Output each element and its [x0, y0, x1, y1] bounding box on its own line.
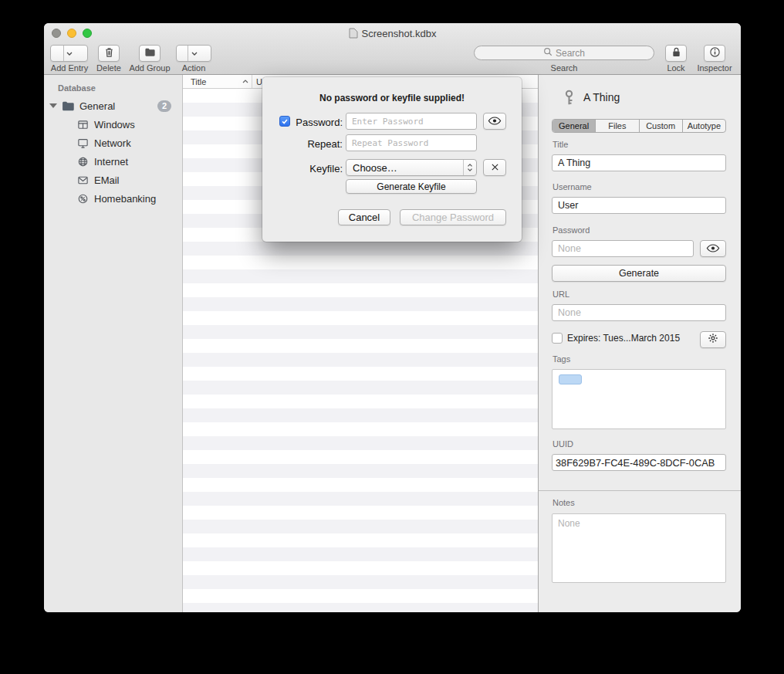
expires-row: Expires: Tues...March 2015	[552, 333, 680, 344]
sidebar-group-general[interactable]: General 2	[44, 97, 182, 115]
generate-keyfile-button[interactable]: Generate Keyfile	[346, 179, 477, 194]
key-icon	[562, 90, 576, 106]
tab-files[interactable]: Files	[596, 120, 639, 132]
sidebar-section-header: Database	[58, 83, 182, 93]
titlebar[interactable]: Screenshot.kdbx	[44, 23, 741, 43]
inspector-label: Inspector	[691, 63, 738, 73]
expires-settings-button[interactable]	[700, 331, 726, 348]
sidebar-item-label: Network	[94, 137, 131, 149]
uuid-field[interactable]	[552, 454, 726, 471]
sidebar: Database General 2 Windows	[44, 75, 183, 612]
expires-label: Expires: Tues...March 2015	[567, 333, 680, 344]
title-field-label: Title	[553, 140, 568, 149]
chevron-down-icon[interactable]	[63, 46, 76, 61]
tag-token[interactable]	[559, 374, 582, 384]
notes-field[interactable]	[552, 513, 726, 583]
clear-keyfile-button[interactable]	[483, 159, 506, 176]
toolbar: Add Entry Delete Add Group	[44, 43, 741, 75]
inspector-divider	[539, 490, 741, 491]
generate-password-button[interactable]: Generate	[552, 265, 726, 282]
change-password-button[interactable]: Change Password	[400, 209, 506, 225]
column-title-label: Title	[191, 77, 206, 86]
eye-icon	[488, 114, 502, 128]
password-field[interactable]	[552, 240, 694, 257]
password-label: Password:	[293, 117, 343, 128]
username-field-label: Username	[553, 182, 592, 191]
folder-icon	[62, 100, 75, 112]
gear-icon	[708, 333, 718, 347]
sidebar-item-homebanking[interactable]: Homebanking	[44, 189, 182, 208]
sidebar-item-label: Internet	[94, 156, 128, 168]
app-window: Screenshot.kdbx Add Entry	[44, 23, 741, 612]
chevron-down-icon[interactable]	[188, 46, 200, 61]
check-icon	[281, 114, 289, 128]
disclosure-triangle-icon[interactable]	[49, 103, 57, 108]
tab-general[interactable]: General	[553, 120, 596, 132]
password-input[interactable]	[346, 113, 477, 130]
inspector-button[interactable]	[704, 45, 725, 62]
dialog-message: No password or keyfile supplied!	[262, 93, 522, 103]
keyfile-label: Keyfile:	[293, 163, 343, 174]
percent-coin-icon	[77, 193, 89, 205]
keyfile-popup[interactable]: Choose…	[346, 159, 477, 176]
sidebar-item-internet[interactable]: Internet	[44, 152, 182, 171]
sidebar-item-email[interactable]: EMail	[44, 171, 182, 189]
action-label: Action	[171, 63, 217, 73]
repeat-input[interactable]	[346, 134, 477, 151]
trash-icon	[103, 46, 115, 61]
add-entry-button[interactable]	[50, 45, 88, 62]
column-header-title[interactable]: Title	[183, 75, 252, 88]
entry-title: A Thing	[583, 91, 620, 103]
search-input[interactable]: Search	[474, 46, 654, 60]
lock-icon	[671, 46, 681, 61]
sidebar-item-windows[interactable]: Windows	[44, 115, 182, 134]
url-field[interactable]	[552, 304, 726, 321]
keyfile-popup-value: Choose…	[353, 162, 397, 174]
sort-ascending-icon	[242, 80, 248, 83]
tab-custom[interactable]: Custom	[640, 120, 683, 132]
notes-label: Notes	[553, 498, 575, 507]
password-checkbox[interactable]	[279, 116, 290, 127]
inspector-tabs: General Files Custom Autotype	[552, 119, 726, 133]
sidebar-item-network[interactable]: Network	[44, 134, 182, 152]
document-icon	[349, 28, 358, 39]
expires-checkbox[interactable]	[552, 333, 563, 344]
url-field-label: URL	[553, 290, 569, 299]
search-label: Search	[474, 63, 654, 73]
x-icon	[491, 161, 499, 174]
title-field[interactable]	[552, 154, 726, 171]
sidebar-item-label: Homebanking	[94, 193, 156, 205]
show-password-button[interactable]	[483, 113, 506, 130]
change-password-dialog: No password or keyfile supplied! Passwor…	[262, 77, 522, 242]
sidebar-item-label: EMail	[94, 174, 120, 186]
window-chrome: Screenshot.kdbx Add Entry	[44, 23, 741, 75]
action-button[interactable]	[176, 45, 211, 62]
cancel-button[interactable]: Cancel	[338, 209, 390, 225]
repeat-label: Repeat:	[293, 138, 343, 150]
lock-button[interactable]	[665, 45, 687, 62]
entry-header: A Thing	[562, 88, 620, 107]
tags-label: Tags	[553, 354, 570, 364]
tags-box[interactable]	[552, 369, 726, 429]
search-icon	[543, 47, 553, 59]
add-group-label: Add Group	[124, 63, 175, 73]
sidebar-group-label: General	[79, 100, 115, 112]
add-group-button[interactable]	[139, 45, 161, 62]
delete-button[interactable]	[98, 45, 120, 62]
envelope-icon	[77, 174, 89, 186]
window-title-row: Screenshot.kdbx	[44, 23, 741, 43]
desktop: Screenshot.kdbx Add Entry	[0, 0, 784, 674]
show-password-button[interactable]	[700, 240, 726, 257]
group-count-badge: 2	[157, 100, 171, 112]
eye-icon	[706, 242, 720, 256]
tab-autotype[interactable]: Autotype	[683, 120, 725, 132]
search-placeholder: Search	[556, 48, 585, 59]
monitor-icon	[77, 137, 89, 149]
username-field[interactable]	[552, 197, 726, 214]
sidebar-item-label: Windows	[94, 119, 135, 130]
info-icon	[709, 46, 721, 61]
folder-plus-icon	[144, 46, 156, 61]
uuid-label: UUID	[553, 439, 573, 449]
stepper-icon	[463, 160, 476, 175]
password-field-label: Password	[553, 225, 590, 235]
